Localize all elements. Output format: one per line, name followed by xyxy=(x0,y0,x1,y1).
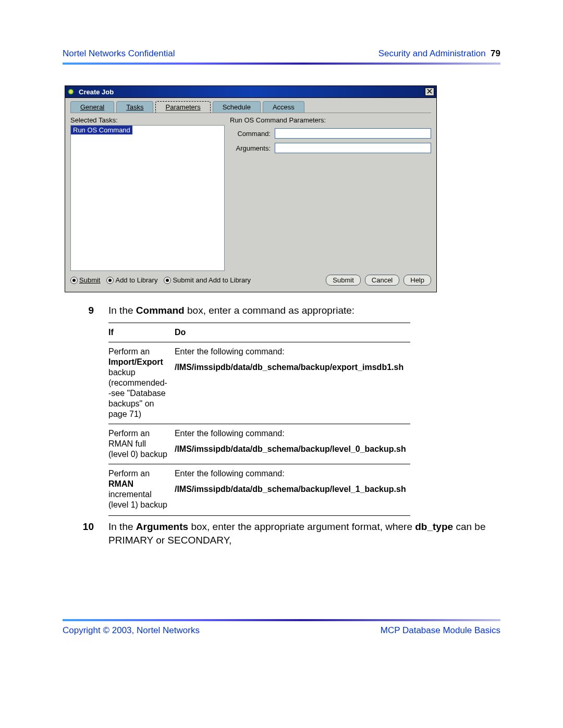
command-label: Command: xyxy=(230,130,271,138)
tab-tasks[interactable]: Tasks xyxy=(116,101,153,113)
tab-access[interactable]: Access xyxy=(263,101,304,113)
selected-tasks-label: Selected Tasks: xyxy=(70,116,225,124)
step-number: 9 xyxy=(63,304,108,317)
command-table: If Do Perform an Import/Export backup (r… xyxy=(108,323,410,516)
table-row: Perform an RMAN incremental (level 1) ba… xyxy=(108,464,410,516)
radio-icon xyxy=(164,277,171,284)
table-header-if: If xyxy=(108,323,175,342)
page-header: Nortel Networks Confidential Security an… xyxy=(63,48,500,63)
params-header-label: Run OS Command Parameters: xyxy=(230,116,431,124)
page-footer: Copyright © 2003, Nortel Networks MCP Da… xyxy=(63,619,500,636)
table-header-do: Do xyxy=(175,323,410,342)
tab-panel-parameters: Selected Tasks: Run OS Command Run OS Co… xyxy=(70,113,431,288)
tab-parameters[interactable]: Parameters xyxy=(155,101,210,113)
header-page-number: 79 xyxy=(491,48,500,58)
footer-doc-title: MCP Database Module Basics xyxy=(381,625,500,636)
header-confidential: Nortel Networks Confidential xyxy=(63,48,175,59)
tab-general[interactable]: General xyxy=(70,101,114,113)
window-body: General Tasks Parameters Schedule Access… xyxy=(65,98,436,292)
footer-copyright: Copyright © 2003, Nortel Networks xyxy=(63,625,200,636)
command-path: /IMS/imssipdb/data/db_schema/backup/leve… xyxy=(175,444,406,454)
header-section: Security and Administration 79 xyxy=(378,48,500,59)
step-9: 9 In the Command box, enter a command as… xyxy=(63,304,500,317)
tab-schedule[interactable]: Schedule xyxy=(213,101,261,113)
page-content: Nortel Networks Confidential Security an… xyxy=(63,48,500,547)
arguments-label: Arguments: xyxy=(230,144,271,152)
radio-icon xyxy=(70,277,78,284)
header-section-link: Security and Administration xyxy=(378,48,486,58)
list-item-run-os-command[interactable]: Run OS Command xyxy=(71,126,132,134)
header-rule xyxy=(63,63,500,65)
table-row: Perform an Import/Export backup (recomme… xyxy=(108,342,410,424)
command-path: /IMS/imssipdb/data/db_schema/backup/leve… xyxy=(175,484,406,495)
submit-button[interactable]: Submit xyxy=(326,275,360,286)
window-titlebar: Create Job xyxy=(65,86,436,98)
window-app-icon xyxy=(67,88,76,95)
command-path: /IMS/imssipdb/data/db_schema/backup/expo… xyxy=(175,362,406,373)
footer-rule xyxy=(63,619,500,621)
step-10: 10 In the Arguments box, enter the appro… xyxy=(63,520,500,547)
selected-tasks-list[interactable]: Run OS Command xyxy=(70,125,225,271)
help-button[interactable]: Help xyxy=(403,275,431,286)
radio-submit[interactable]: Submit xyxy=(70,276,100,284)
command-input[interactable] xyxy=(275,128,431,139)
step-number: 10 xyxy=(63,520,108,534)
steps-block: 9 In the Command box, enter a command as… xyxy=(63,304,500,547)
radio-add-to-library[interactable]: Add to Library xyxy=(106,276,157,284)
radio-icon xyxy=(106,277,114,284)
create-job-window: Create Job General Tasks Parameters Sche… xyxy=(65,85,437,292)
arguments-input[interactable] xyxy=(275,143,431,153)
tab-bar: General Tasks Parameters Schedule Access xyxy=(70,101,431,113)
radio-submit-and-add[interactable]: Submit and Add to Library xyxy=(164,276,251,284)
submit-mode-radios: Submit Add to Library Submit and Add to … xyxy=(70,276,251,284)
step-text: In the Arguments box, enter the appropri… xyxy=(108,520,500,547)
table-row: Perform an RMAN full (level 0) backup En… xyxy=(108,424,410,464)
close-icon[interactable] xyxy=(425,88,434,96)
window-title: Create Job xyxy=(79,88,425,96)
cancel-button[interactable]: Cancel xyxy=(365,275,399,286)
step-text: In the Command box, enter a command as a… xyxy=(108,304,500,317)
